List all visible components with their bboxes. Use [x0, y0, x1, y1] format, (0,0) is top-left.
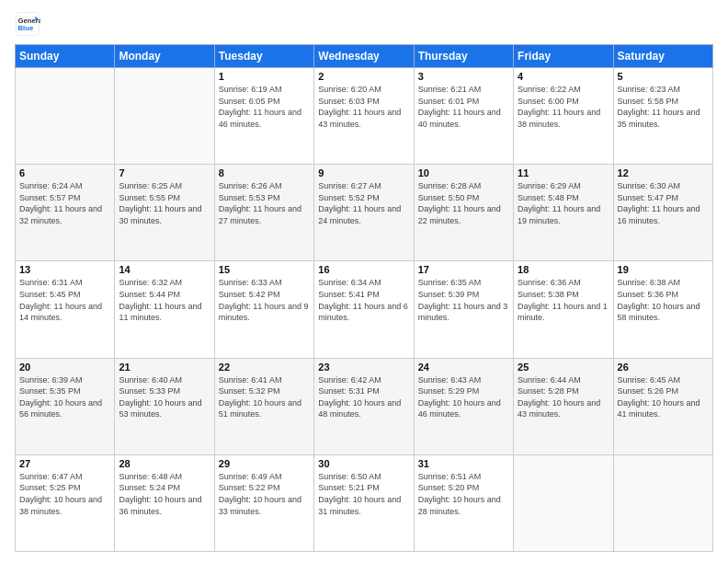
calendar-cell: 6Sunrise: 6:24 AMSunset: 5:57 PMDaylight…: [16, 165, 115, 261]
day-info: Sunrise: 6:30 AMSunset: 5:47 PMDaylight:…: [618, 180, 709, 226]
day-number: 12: [618, 167, 709, 178]
calendar-cell: 23Sunrise: 6:42 AMSunset: 5:31 PMDayligh…: [314, 358, 414, 454]
day-number: 8: [219, 167, 310, 178]
weekday-header-sunday: Sunday: [16, 45, 115, 68]
week-row-3: 13Sunrise: 6:31 AMSunset: 5:45 PMDayligh…: [16, 261, 713, 358]
day-number: 26: [618, 362, 709, 373]
day-info: Sunrise: 6:36 AMSunset: 5:38 PMDaylight:…: [518, 277, 609, 323]
calendar-cell: 10Sunrise: 6:28 AMSunset: 5:50 PMDayligh…: [414, 165, 513, 261]
day-number: 9: [318, 167, 409, 178]
calendar-cell: 30Sunrise: 6:50 AMSunset: 5:21 PMDayligh…: [314, 454, 414, 551]
calendar-cell: 25Sunrise: 6:44 AMSunset: 5:28 PMDayligh…: [514, 358, 613, 454]
logo-icon: General Blue: [15, 11, 40, 37]
day-number: 23: [318, 362, 409, 373]
calendar-cell: 7Sunrise: 6:25 AMSunset: 5:55 PMDaylight…: [115, 165, 214, 261]
calendar-cell: [514, 454, 613, 551]
calendar-cell: 18Sunrise: 6:36 AMSunset: 5:38 PMDayligh…: [514, 261, 613, 358]
day-info: Sunrise: 6:22 AMSunset: 6:00 PMDaylight:…: [518, 84, 609, 130]
day-number: 6: [19, 167, 110, 178]
day-info: Sunrise: 6:38 AMSunset: 5:36 PMDaylight:…: [618, 277, 709, 323]
day-info: Sunrise: 6:29 AMSunset: 5:48 PMDaylight:…: [518, 180, 609, 226]
calendar-cell: 13Sunrise: 6:31 AMSunset: 5:45 PMDayligh…: [16, 261, 115, 358]
day-info: Sunrise: 6:34 AMSunset: 5:41 PMDaylight:…: [318, 277, 409, 323]
day-number: 1: [219, 71, 310, 82]
calendar-cell: 22Sunrise: 6:41 AMSunset: 5:32 PMDayligh…: [214, 358, 313, 454]
day-info: Sunrise: 6:26 AMSunset: 5:53 PMDaylight:…: [219, 180, 310, 226]
day-number: 7: [119, 167, 210, 178]
day-info: Sunrise: 6:41 AMSunset: 5:32 PMDaylight:…: [219, 374, 310, 420]
day-number: 2: [318, 71, 409, 82]
calendar-cell: 24Sunrise: 6:43 AMSunset: 5:29 PMDayligh…: [414, 358, 513, 454]
day-info: Sunrise: 6:27 AMSunset: 5:52 PMDaylight:…: [318, 180, 409, 226]
day-info: Sunrise: 6:35 AMSunset: 5:39 PMDaylight:…: [418, 277, 509, 323]
day-number: 16: [318, 264, 409, 275]
calendar-cell: 26Sunrise: 6:45 AMSunset: 5:26 PMDayligh…: [613, 358, 712, 454]
day-info: Sunrise: 6:28 AMSunset: 5:50 PMDaylight:…: [418, 180, 509, 226]
day-number: 20: [19, 362, 110, 373]
day-number: 31: [418, 458, 509, 469]
day-number: 25: [518, 362, 609, 373]
day-number: 22: [219, 362, 310, 373]
day-info: Sunrise: 6:31 AMSunset: 5:45 PMDaylight:…: [19, 277, 110, 323]
day-number: 4: [518, 71, 609, 82]
weekday-header-wednesday: Wednesday: [314, 45, 414, 68]
calendar-cell: 11Sunrise: 6:29 AMSunset: 5:48 PMDayligh…: [514, 165, 613, 261]
week-row-4: 20Sunrise: 6:39 AMSunset: 5:35 PMDayligh…: [16, 358, 713, 454]
calendar-cell: 2Sunrise: 6:20 AMSunset: 6:03 PMDaylight…: [314, 68, 414, 165]
calendar-cell: 3Sunrise: 6:21 AMSunset: 6:01 PMDaylight…: [414, 68, 513, 165]
calendar-cell: 14Sunrise: 6:32 AMSunset: 5:44 PMDayligh…: [115, 261, 214, 358]
day-number: 30: [318, 458, 409, 469]
weekday-header-friday: Friday: [514, 45, 613, 68]
calendar-cell: 29Sunrise: 6:49 AMSunset: 5:22 PMDayligh…: [214, 454, 313, 551]
svg-text:General: General: [18, 17, 41, 25]
day-number: 17: [418, 264, 509, 275]
calendar-cell: 27Sunrise: 6:47 AMSunset: 5:25 PMDayligh…: [16, 454, 115, 551]
weekday-header-tuesday: Tuesday: [214, 45, 313, 68]
calendar-cell: [613, 454, 712, 551]
calendar-cell: 21Sunrise: 6:40 AMSunset: 5:33 PMDayligh…: [115, 358, 214, 454]
calendar-cell: 31Sunrise: 6:51 AMSunset: 5:20 PMDayligh…: [414, 454, 513, 551]
calendar-cell: 5Sunrise: 6:23 AMSunset: 5:58 PMDaylight…: [613, 68, 712, 165]
day-info: Sunrise: 6:48 AMSunset: 5:24 PMDaylight:…: [119, 471, 210, 517]
day-number: 5: [618, 71, 709, 82]
day-info: Sunrise: 6:25 AMSunset: 5:55 PMDaylight:…: [119, 180, 210, 226]
week-row-1: 1Sunrise: 6:19 AMSunset: 6:05 PMDaylight…: [16, 68, 713, 165]
page: General Blue SundayMondayTuesdayWednesda…: [0, 0, 728, 563]
day-info: Sunrise: 6:39 AMSunset: 5:35 PMDaylight:…: [19, 374, 110, 420]
calendar-cell: 8Sunrise: 6:26 AMSunset: 5:53 PMDaylight…: [214, 165, 313, 261]
svg-text:Blue: Blue: [18, 24, 34, 32]
day-info: Sunrise: 6:43 AMSunset: 5:29 PMDaylight:…: [418, 374, 509, 420]
day-number: 21: [119, 362, 210, 373]
logo: General Blue: [15, 11, 40, 37]
calendar-cell: 15Sunrise: 6:33 AMSunset: 5:42 PMDayligh…: [214, 261, 313, 358]
weekday-header-row: SundayMondayTuesdayWednesdayThursdayFrid…: [16, 45, 713, 68]
day-info: Sunrise: 6:24 AMSunset: 5:57 PMDaylight:…: [19, 180, 110, 226]
day-number: 11: [518, 167, 609, 178]
weekday-header-monday: Monday: [115, 45, 214, 68]
day-number: 18: [518, 264, 609, 275]
calendar-table: SundayMondayTuesdayWednesdayThursdayFrid…: [15, 44, 713, 552]
day-info: Sunrise: 6:21 AMSunset: 6:01 PMDaylight:…: [418, 84, 509, 130]
calendar-cell: 28Sunrise: 6:48 AMSunset: 5:24 PMDayligh…: [115, 454, 214, 551]
day-info: Sunrise: 6:44 AMSunset: 5:28 PMDaylight:…: [518, 374, 609, 420]
calendar-cell: [16, 68, 115, 165]
calendar-cell: 17Sunrise: 6:35 AMSunset: 5:39 PMDayligh…: [414, 261, 513, 358]
weekday-header-thursday: Thursday: [414, 45, 513, 68]
day-info: Sunrise: 6:50 AMSunset: 5:21 PMDaylight:…: [318, 471, 409, 517]
day-number: 14: [119, 264, 210, 275]
calendar-cell: 19Sunrise: 6:38 AMSunset: 5:36 PMDayligh…: [613, 261, 712, 358]
calendar-cell: 12Sunrise: 6:30 AMSunset: 5:47 PMDayligh…: [613, 165, 712, 261]
day-number: 3: [418, 71, 509, 82]
day-number: 15: [219, 264, 310, 275]
day-info: Sunrise: 6:51 AMSunset: 5:20 PMDaylight:…: [418, 471, 509, 517]
day-info: Sunrise: 6:49 AMSunset: 5:22 PMDaylight:…: [219, 471, 310, 517]
calendar-cell: 16Sunrise: 6:34 AMSunset: 5:41 PMDayligh…: [314, 261, 414, 358]
header: General Blue: [15, 11, 713, 37]
day-info: Sunrise: 6:23 AMSunset: 5:58 PMDaylight:…: [618, 84, 709, 130]
day-info: Sunrise: 6:42 AMSunset: 5:31 PMDaylight:…: [318, 374, 409, 420]
day-info: Sunrise: 6:47 AMSunset: 5:25 PMDaylight:…: [19, 471, 110, 517]
day-info: Sunrise: 6:32 AMSunset: 5:44 PMDaylight:…: [119, 277, 210, 323]
day-number: 19: [618, 264, 709, 275]
calendar-cell: 4Sunrise: 6:22 AMSunset: 6:00 PMDaylight…: [514, 68, 613, 165]
calendar-cell: 20Sunrise: 6:39 AMSunset: 5:35 PMDayligh…: [16, 358, 115, 454]
